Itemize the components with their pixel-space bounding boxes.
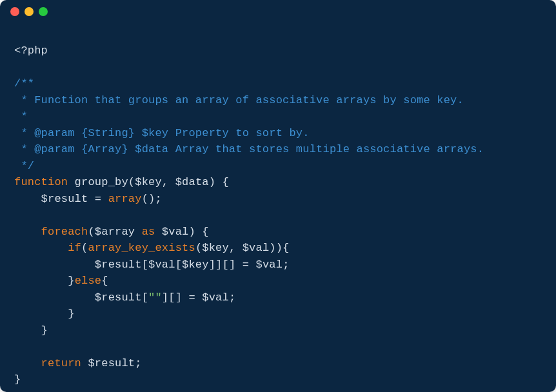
- paren: (: [88, 226, 94, 238]
- variable: $val: [202, 291, 229, 304]
- variable: $key: [182, 259, 209, 271]
- comma: ,: [229, 242, 243, 254]
- function-call: array: [108, 193, 142, 205]
- brace: )){: [269, 242, 289, 254]
- docblock-line: *: [14, 110, 28, 122]
- semicolon: ;: [229, 291, 235, 304]
- brace: }: [14, 275, 75, 287]
- variable: $val: [148, 259, 175, 271]
- keyword-function: function: [14, 176, 68, 188]
- brace: }: [14, 308, 75, 320]
- bracket: []: [222, 259, 235, 271]
- php-open-tag: <?php: [14, 44, 48, 57]
- brace: }: [14, 324, 48, 337]
- indent: [14, 357, 41, 369]
- param: $data: [175, 176, 209, 188]
- indent: [14, 226, 41, 238]
- semicolon: ;: [283, 259, 289, 271]
- docblock-line: * @param {Array} $data Array that stores…: [14, 143, 484, 155]
- docblock-line: * @param {String} $key Property to sort …: [14, 127, 310, 139]
- operator: =: [88, 193, 108, 205]
- indent: [14, 291, 95, 304]
- window-titlebar: [0, 0, 556, 23]
- code-window: <?php /** * Function that groups an arra…: [0, 0, 556, 392]
- space: [81, 357, 88, 369]
- brace: {: [101, 275, 108, 287]
- indent: [14, 259, 95, 271]
- variable: $val: [256, 259, 283, 271]
- variable: $array: [95, 226, 135, 238]
- brace: ) {: [209, 176, 229, 188]
- paren: ();: [142, 193, 162, 205]
- bracket: ]: [209, 259, 215, 271]
- string-literal: "": [148, 291, 162, 304]
- indent: [14, 193, 41, 205]
- comma: ,: [162, 176, 175, 188]
- operator: =: [235, 259, 255, 271]
- brace: ) {: [188, 226, 208, 238]
- semicolon: ;: [135, 357, 141, 369]
- bracket: [: [142, 259, 148, 271]
- variable: $result: [88, 357, 135, 369]
- minimize-icon[interactable]: [25, 7, 34, 16]
- operator: =: [182, 291, 202, 304]
- docblock-line: /**: [14, 77, 34, 90]
- keyword-else: else: [75, 275, 102, 287]
- variable: $result: [41, 193, 88, 205]
- function-name: group_by(: [68, 176, 135, 188]
- maximize-icon[interactable]: [39, 7, 48, 16]
- variable: $result: [95, 259, 142, 271]
- paren: (: [81, 242, 88, 254]
- bracket: [: [142, 291, 148, 304]
- keyword-return: return: [41, 357, 81, 369]
- docblock-line: * Function that groups an array of assoc…: [14, 94, 464, 106]
- variable: $result: [95, 291, 142, 304]
- param: $key: [135, 176, 162, 188]
- variable: $val: [162, 226, 189, 238]
- bracket: ]: [162, 291, 168, 304]
- docblock-line: */: [14, 160, 34, 172]
- keyword-if: if: [68, 242, 81, 254]
- brace: }: [14, 373, 21, 386]
- bracket: ]: [215, 259, 222, 271]
- bracket: []: [168, 291, 182, 304]
- bracket: [: [175, 259, 182, 271]
- code-block: <?php /** * Function that groups an arra…: [0, 23, 556, 392]
- indent: [14, 242, 68, 254]
- function-call: array_key_exists: [88, 242, 195, 254]
- variable: $val: [243, 242, 270, 254]
- paren: (: [195, 242, 202, 254]
- keyword-as: as: [135, 226, 162, 238]
- keyword-foreach: foreach: [41, 226, 88, 238]
- close-icon[interactable]: [10, 7, 19, 16]
- variable: $key: [202, 242, 229, 254]
